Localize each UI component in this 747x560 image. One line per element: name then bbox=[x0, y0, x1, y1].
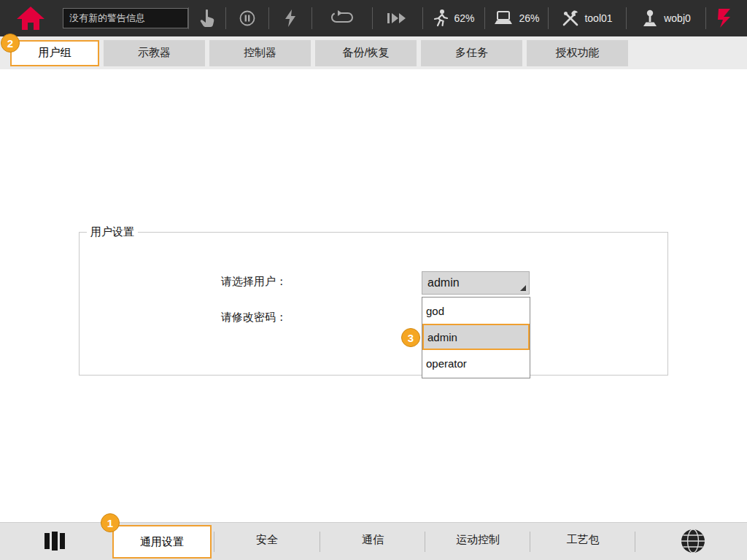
bottombar-divider bbox=[635, 532, 635, 552]
bottombar-divider bbox=[320, 532, 320, 552]
change-password-label: 请修改密码： bbox=[221, 311, 287, 324]
combobox-corner-arrow-icon bbox=[520, 285, 526, 291]
nav-safety[interactable]: 安全 bbox=[215, 533, 319, 547]
speed-percent-value: 62% bbox=[454, 12, 474, 24]
speed-status[interactable]: 62% bbox=[423, 0, 484, 36]
controller-load-status[interactable]: 26% bbox=[485, 0, 548, 36]
alarm-message-box[interactable]: 没有新的警告信息 bbox=[63, 8, 188, 28]
user-select-value: admin bbox=[427, 276, 460, 289]
nav-communication[interactable]: 通信 bbox=[321, 533, 425, 547]
cycle-mode-icon bbox=[330, 10, 354, 26]
dropdown-option-god[interactable]: god bbox=[422, 298, 530, 324]
jog-red-icon bbox=[716, 7, 732, 29]
user-settings-groupbox: 用户设置 bbox=[79, 232, 668, 376]
nav-general-settings[interactable]: 通用设置 bbox=[112, 525, 212, 559]
home-button[interactable] bbox=[0, 0, 61, 36]
workobject-status[interactable]: wobj0 bbox=[627, 0, 705, 36]
alarm-message-text: 没有新的警告信息 bbox=[69, 12, 145, 25]
lightning-icon bbox=[284, 9, 297, 28]
globe-icon bbox=[679, 527, 707, 555]
tab-multitask[interactable]: 多任务 bbox=[421, 40, 522, 66]
joystick-icon bbox=[641, 9, 659, 28]
house-icon bbox=[15, 5, 46, 31]
annotation-badge-2: 2 bbox=[1, 34, 20, 52]
hand-guide-button[interactable] bbox=[189, 0, 225, 36]
bottombar-divider bbox=[214, 532, 214, 552]
running-person-icon bbox=[433, 9, 449, 28]
hand-guide-icon bbox=[199, 9, 215, 28]
select-user-label: 请选择用户： bbox=[221, 275, 287, 289]
jog-button[interactable] bbox=[706, 0, 743, 36]
wrench-icon bbox=[562, 9, 579, 27]
tab-teach-pendant[interactable]: 示教器 bbox=[104, 40, 205, 66]
bottombar-divider bbox=[425, 532, 425, 552]
nav-motion-control[interactable]: 运动控制 bbox=[426, 533, 530, 547]
annotation-badge-3: 3 bbox=[401, 328, 420, 347]
tab-controller[interactable]: 控制器 bbox=[209, 40, 311, 66]
groupbox-title: 用户设置 bbox=[87, 225, 138, 239]
laptop-icon bbox=[493, 10, 514, 26]
tab-backup-restore[interactable]: 备份/恢复 bbox=[315, 40, 417, 66]
pause-button[interactable] bbox=[226, 0, 268, 36]
bottombar-divider bbox=[530, 532, 530, 552]
top-status-bar: 没有新的警告信息 bbox=[0, 0, 747, 36]
teach-pendant-screen: 没有新的警告信息 bbox=[0, 0, 747, 560]
app-menu-button[interactable] bbox=[42, 530, 67, 552]
load-percent-value: 26% bbox=[519, 12, 539, 24]
pause-icon bbox=[239, 9, 256, 27]
user-select-dropdown-list: god admin operator bbox=[422, 297, 530, 378]
step-forward-icon bbox=[387, 12, 409, 25]
main-content: 用户设置 请选择用户： 请修改密码： admin god admin opera… bbox=[0, 69, 747, 522]
wobj-name-value: wobj0 bbox=[664, 12, 691, 24]
step-mode-button[interactable] bbox=[373, 0, 422, 36]
cycle-mode-button[interactable] bbox=[312, 0, 372, 36]
tab-authorization[interactable]: 授权功能 bbox=[527, 40, 628, 66]
nav-process-package[interactable]: 工艺包 bbox=[531, 533, 635, 547]
user-select-combobox[interactable]: admin bbox=[422, 271, 530, 295]
dropdown-option-admin[interactable]: admin bbox=[422, 324, 530, 350]
language-globe-button[interactable] bbox=[679, 527, 707, 555]
tab-user-group[interactable]: 用户组 bbox=[10, 40, 99, 66]
settings-tab-bar: 用户组 示教器 控制器 备份/恢复 多任务 授权功能 bbox=[0, 36, 747, 69]
tool-name-value: tool01 bbox=[584, 12, 612, 24]
dropdown-option-operator[interactable]: operator bbox=[422, 350, 530, 376]
motor-power-button[interactable] bbox=[269, 0, 311, 36]
app-menu-bars-icon bbox=[42, 530, 67, 552]
annotation-badge-1: 1 bbox=[101, 513, 120, 532]
tool-status[interactable]: tool01 bbox=[549, 0, 626, 36]
